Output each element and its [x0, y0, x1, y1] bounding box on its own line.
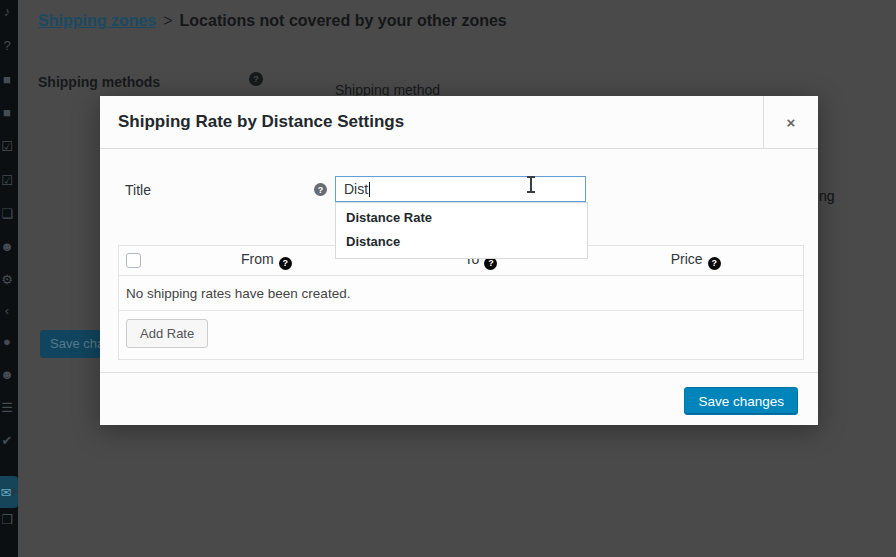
from-header-label: From	[241, 251, 274, 267]
title-help-icon[interactable]: ?	[314, 183, 327, 196]
title-input[interactable]: Dist	[335, 176, 586, 202]
background-text-fragment: ng	[819, 188, 835, 204]
ibeam-cursor-icon	[526, 176, 536, 193]
sidebar-collapse-icon[interactable]: ‹	[0, 302, 17, 320]
from-help-icon[interactable]: ?	[279, 257, 292, 270]
modal-footer: Save changes	[100, 372, 818, 425]
close-button[interactable]: ×	[763, 96, 818, 148]
add-rate-button[interactable]: Add Rate	[126, 319, 208, 348]
sidebar-help-icon[interactable]: ?	[0, 37, 17, 55]
price-header-label: Price	[671, 251, 703, 267]
shipping-rate-settings-modal: Shipping Rate by Distance Settings × Tit…	[100, 96, 818, 425]
save-changes-button[interactable]: Save changes	[684, 387, 798, 415]
price-help-icon[interactable]: ?	[708, 257, 721, 270]
sidebar-square-icon[interactable]: ■	[0, 104, 17, 122]
sidebar-user-icon[interactable]: ☻	[0, 238, 17, 256]
sidebar-active-arrow	[12, 486, 18, 498]
rates-table-footer: Add Rate	[119, 311, 803, 358]
text-caret	[369, 182, 370, 197]
help-icon[interactable]: ?	[249, 72, 263, 86]
modal-header: Shipping Rate by Distance Settings ×	[100, 96, 818, 149]
close-icon: ×	[787, 114, 796, 131]
sidebar-check-icon[interactable]: ✔	[0, 432, 17, 450]
breadcrumb-current: Locations not covered by your other zone…	[180, 12, 507, 29]
title-input-value: Dist	[344, 181, 368, 197]
empty-rates-message: No shipping rates have been created.	[119, 276, 803, 311]
breadcrumb: Shipping zones>Locations not covered by …	[38, 12, 507, 30]
sidebar-pages-icon[interactable]: ❏	[0, 205, 17, 223]
sidebar-checkbox-icon[interactable]: ☑	[0, 172, 17, 190]
sidebar-square-icon[interactable]: ■	[0, 71, 17, 89]
breadcrumb-separator: >	[163, 12, 172, 29]
admin-sidebar: ♪ ? ■ ■ ☑ ☑ ❏ ☻ ⚙ ‹ ● ☻ ☰ ✔ ✉ ❒	[0, 0, 18, 557]
autocomplete-option-distance[interactable]: Distance	[336, 230, 587, 254]
sidebar-media-icon[interactable]: ♪	[0, 3, 17, 21]
autocomplete-option-distance-rate[interactable]: Distance Rate	[336, 206, 587, 230]
autocomplete-dropdown: Distance Rate Distance	[335, 202, 588, 259]
sidebar-cube-icon[interactable]: ❒	[0, 511, 17, 529]
background-save-changes-button[interactable]: Save cha	[40, 330, 104, 358]
breadcrumb-shipping-zones-link[interactable]: Shipping zones	[38, 12, 156, 29]
select-all-checkbox[interactable]	[126, 253, 141, 268]
shipping-methods-label: Shipping methods	[38, 74, 160, 90]
sidebar-plugin-icon[interactable]: ⚙	[0, 271, 17, 289]
title-field-label: Title	[125, 182, 151, 198]
sidebar-list-icon[interactable]: ☰	[0, 399, 17, 417]
modal-title: Shipping Rate by Distance Settings	[118, 96, 404, 148]
price-column-header: Price?	[588, 251, 803, 270]
rates-table: From? To? Price? No shipping rates have …	[118, 245, 804, 360]
sidebar-user-icon[interactable]: ☻	[0, 366, 17, 384]
sidebar-checkbox-icon[interactable]: ☑	[0, 138, 17, 156]
sidebar-comment-icon[interactable]: ●	[0, 333, 17, 351]
